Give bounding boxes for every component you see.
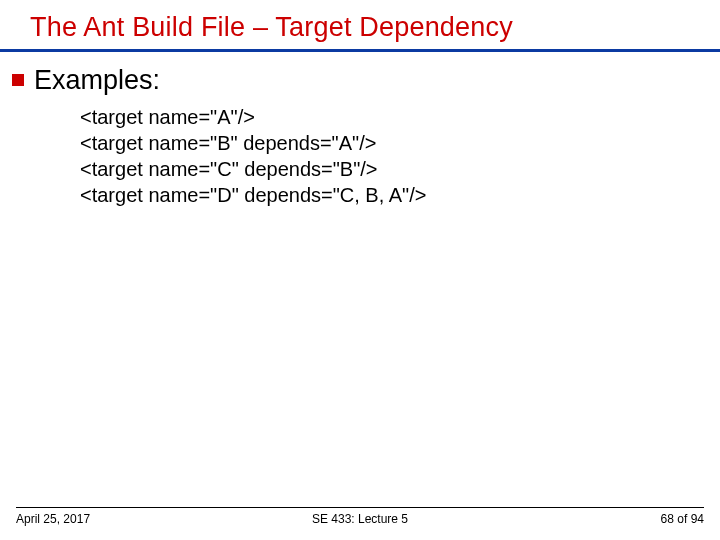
footer-page: 68 of 94 [475, 512, 704, 526]
code-example: <target name="A"/> <target name="B" depe… [0, 98, 720, 208]
footer-course: SE 433: Lecture 5 [245, 512, 474, 526]
bullet-text: Examples: [34, 64, 160, 98]
code-line: <target name="A"/> [80, 106, 255, 128]
code-line: <target name="B" depends="A"/> [80, 132, 376, 154]
code-line: <target name="C" depends="B"/> [80, 158, 377, 180]
footer-date: April 25, 2017 [16, 512, 245, 526]
slide-title: The Ant Build File – Target Dependency [0, 0, 720, 49]
footer-row: April 25, 2017 SE 433: Lecture 5 68 of 9… [16, 512, 704, 526]
bullet-square-icon [12, 74, 24, 86]
slide-footer: April 25, 2017 SE 433: Lecture 5 68 of 9… [0, 507, 720, 526]
slide: The Ant Build File – Target Dependency E… [0, 0, 720, 540]
title-underline [0, 49, 720, 52]
bullet-item: Examples: [0, 60, 720, 98]
code-line: <target name="D" depends="C, B, A"/> [80, 184, 426, 206]
footer-rule [16, 507, 704, 508]
